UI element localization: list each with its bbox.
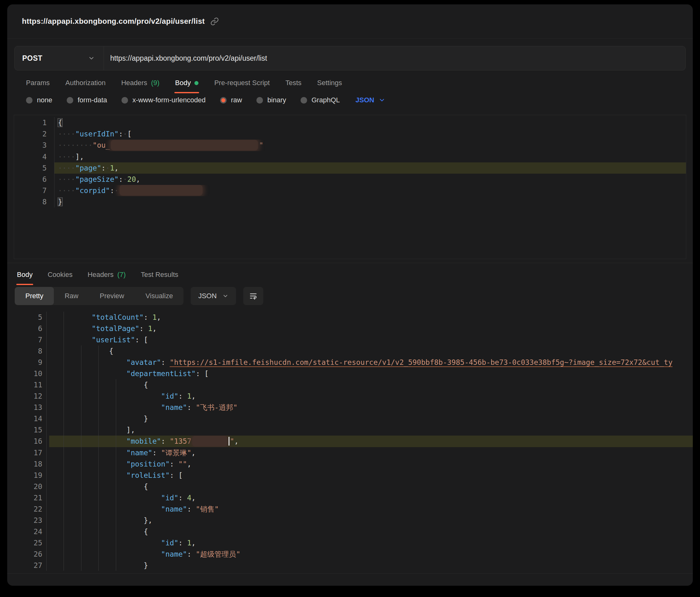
response-language-value: JSON	[198, 292, 217, 300]
method-select[interactable]: POST	[15, 46, 104, 70]
code-text: {	[49, 526, 693, 537]
body-type-form-data[interactable]: form-data	[67, 96, 107, 104]
code-line: 2····"userIdIn":·[	[14, 128, 686, 139]
code-text: "id": 1,	[49, 390, 693, 402]
response-code: 5 "totalCount": 1,6 "totalPage": 1,7 "us…	[7, 312, 693, 571]
indent-guide	[81, 345, 81, 571]
radio-label: none	[37, 96, 52, 104]
code-line: 18 "position": "",	[7, 459, 693, 470]
tab-body[interactable]: Body	[175, 70, 198, 96]
code-text: "userList": [	[49, 334, 693, 345]
line-number: 7	[7, 334, 49, 345]
code-line: 17 "name": "谭景琳",	[7, 447, 693, 459]
line-number: 3	[14, 139, 54, 151]
radio-label: binary	[267, 96, 286, 104]
tab-headers[interactable]: Headers(7)	[88, 263, 126, 286]
line-number: 27	[7, 560, 49, 571]
line-number: 22	[7, 503, 49, 515]
response-language-select[interactable]: JSON	[191, 287, 236, 305]
request-body-editor[interactable]: 1{2····"userIdIn":·[3········"ou_"4····]…	[14, 115, 686, 259]
wrap-text-icon	[249, 292, 258, 301]
code-text: },	[49, 515, 693, 526]
tab-cookies[interactable]: Cookies	[48, 263, 72, 286]
line-number: 16	[7, 436, 49, 447]
wrap-text-button[interactable]	[243, 287, 263, 305]
body-type-x-www-form-urlencoded[interactable]: x-www-form-urlencoded	[122, 96, 206, 104]
code-line: 7 "userList": [	[7, 334, 693, 345]
view-mode-preview[interactable]: Preview	[89, 287, 134, 305]
code-text: "id": 1,	[49, 537, 693, 548]
tab-params[interactable]: Params	[26, 70, 50, 96]
url-row: POST https://appapi.xbongbong.com/pro/v2…	[15, 46, 685, 70]
response-body-viewer[interactable]: 5 "totalCount": 1,6 "totalPage": 1,7 "us…	[7, 312, 693, 571]
code-line: 27 }	[7, 560, 693, 571]
text-cursor	[228, 437, 229, 446]
response-toolbar: PrettyRawPreviewVisualize JSON	[7, 287, 693, 305]
view-mode-raw[interactable]: Raw	[54, 287, 89, 305]
view-mode-visualize[interactable]: Visualize	[135, 287, 184, 305]
body-type-binary[interactable]: binary	[256, 96, 286, 104]
code-line: 23 },	[7, 515, 693, 526]
line-number: 25	[7, 537, 49, 548]
line-number: 4	[14, 151, 54, 162]
line-number: 7	[14, 185, 54, 197]
code-line: 24 {	[7, 526, 693, 537]
code-line: 26 "name": "超级管理员"	[7, 548, 693, 560]
chevron-down-icon	[378, 97, 385, 104]
code-line: 14 }	[7, 413, 693, 424]
indent-guide	[46, 312, 47, 571]
url-input[interactable]: https://appapi.xbongbong.com/pro/v2/api/…	[104, 46, 685, 70]
line-number: 8	[7, 345, 49, 357]
code-text: ],	[49, 424, 693, 436]
code-line: 6····"pageSize":·20,	[14, 174, 686, 185]
tab-settings[interactable]: Settings	[317, 70, 342, 96]
radio-icon	[256, 97, 263, 104]
tab-body[interactable]: Body	[17, 263, 32, 286]
code-line: 16 "mobile": "1357",	[7, 436, 693, 447]
line-number: 11	[7, 379, 49, 390]
redacted-value	[192, 436, 227, 446]
code-text: ····"pageSize":·20,	[54, 174, 686, 185]
line-number: 14	[7, 413, 49, 424]
body-type-raw[interactable]: raw	[220, 96, 242, 104]
tab-label: Body	[17, 271, 32, 279]
code-line: 1{	[14, 117, 686, 128]
tab-dot	[194, 81, 198, 85]
body-type-graphql[interactable]: GraphQL	[301, 96, 340, 104]
code-line: 21 "id": 4,	[7, 492, 693, 503]
radio-label: raw	[231, 96, 242, 104]
body-type-row: noneform-datax-www-form-urlencodedrawbin…	[7, 96, 693, 110]
line-number: 1	[14, 117, 54, 128]
tab-pre-request-script[interactable]: Pre-request Script	[214, 70, 270, 96]
code-line: 5 "totalCount": 1,	[7, 312, 693, 323]
indent-guide	[116, 379, 116, 571]
code-text: {	[49, 379, 693, 390]
tab-label: Headers	[88, 271, 114, 279]
line-number: 13	[7, 402, 49, 413]
code-text: "departmentList": [	[49, 368, 693, 379]
tab-label: Headers	[121, 79, 147, 87]
code-text: {	[54, 117, 686, 128]
code-text: {	[49, 481, 693, 492]
code-text: }	[49, 413, 693, 424]
link-icon[interactable]	[210, 17, 219, 26]
code-text: "roleList": [	[49, 470, 693, 481]
tab-tests[interactable]: Tests	[285, 70, 301, 96]
body-type-none[interactable]: none	[26, 96, 52, 104]
body-type-radios: noneform-datax-www-form-urlencodedrawbin…	[26, 96, 340, 104]
body-language-select[interactable]: JSON	[356, 96, 386, 104]
tab-test-results[interactable]: Test Results	[141, 263, 178, 286]
code-line: 9 "avatar": "https://s1-imfile.feishucdn…	[7, 357, 693, 368]
code-text: "name": "销售"	[49, 503, 693, 515]
code-text: ········"ou_"	[54, 139, 686, 151]
code-line: 15 ],	[7, 424, 693, 436]
line-number: 19	[7, 470, 49, 481]
request-tabs: ParamsAuthorizationHeaders(9)BodyPre-req…	[7, 70, 693, 96]
tab-label: Test Results	[141, 271, 178, 279]
view-mode-pretty[interactable]: Pretty	[15, 287, 54, 305]
code-line: 6 "totalPage": 1,	[7, 323, 693, 334]
tab-label: Authorization	[66, 79, 105, 87]
code-line: 13 "name": "飞书-逍邦"	[7, 402, 693, 413]
tab-authorization[interactable]: Authorization	[66, 70, 105, 96]
tab-headers[interactable]: Headers(9)	[121, 70, 159, 96]
